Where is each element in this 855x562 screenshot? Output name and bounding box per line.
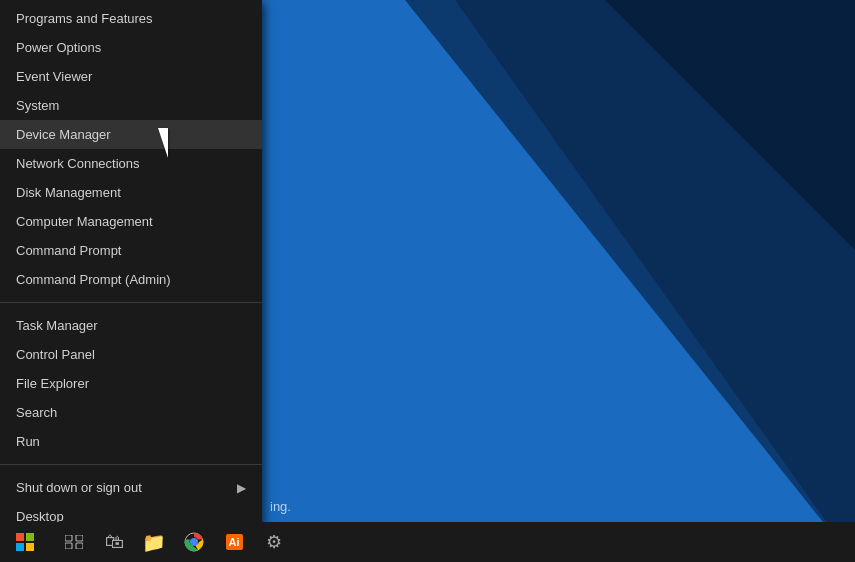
menu-item-network-connections[interactable]: Network Connections xyxy=(0,149,262,178)
menu-item-device-manager[interactable]: Device Manager xyxy=(0,120,262,149)
winx-menu: Programs and Features Power Options Even… xyxy=(0,0,262,535)
desktop-taskbar-text: ing. xyxy=(270,499,291,514)
svg-rect-8 xyxy=(65,543,72,549)
ai-icon-label: Ai xyxy=(226,534,243,550)
menu-item-command-prompt-admin[interactable]: Command Prompt (Admin) xyxy=(0,265,262,294)
menu-section-bottom: Task Manager Control Panel File Explorer… xyxy=(0,307,262,460)
svg-rect-4 xyxy=(26,533,34,541)
svg-rect-9 xyxy=(76,535,83,541)
svg-point-13 xyxy=(191,539,197,545)
svg-rect-3 xyxy=(16,533,24,541)
menu-item-task-manager[interactable]: Task Manager xyxy=(0,311,262,340)
menu-item-computer-management[interactable]: Computer Management xyxy=(0,207,262,236)
menu-item-system[interactable]: System xyxy=(0,91,262,120)
illustrator-button[interactable]: Ai xyxy=(214,522,254,562)
menu-item-shutdown[interactable]: Shut down or sign out ▶ xyxy=(0,473,262,502)
menu-item-run[interactable]: Run xyxy=(0,427,262,456)
menu-item-file-explorer[interactable]: File Explorer xyxy=(0,369,262,398)
windows-logo-icon xyxy=(16,533,34,551)
menu-item-event-viewer[interactable]: Event Viewer xyxy=(0,62,262,91)
svg-rect-6 xyxy=(26,543,34,551)
taskbar: 🛍 📁 Ai ⚙ xyxy=(0,522,855,562)
task-view-button[interactable] xyxy=(54,522,94,562)
svg-rect-7 xyxy=(65,535,72,541)
chrome-button[interactable] xyxy=(174,522,214,562)
start-button[interactable] xyxy=(0,522,50,562)
menu-divider-1 xyxy=(0,302,262,303)
svg-rect-10 xyxy=(76,543,83,549)
folder-button[interactable]: 📁 xyxy=(134,522,174,562)
menu-item-command-prompt[interactable]: Command Prompt xyxy=(0,236,262,265)
menu-section-top: Programs and Features Power Options Even… xyxy=(0,0,262,298)
menu-item-power-options[interactable]: Power Options xyxy=(0,33,262,62)
menu-item-search[interactable]: Search xyxy=(0,398,262,427)
svg-rect-5 xyxy=(16,543,24,551)
menu-divider-2 xyxy=(0,464,262,465)
settings-button[interactable]: ⚙ xyxy=(254,522,294,562)
taskbar-app-icons: 🛍 📁 Ai ⚙ xyxy=(54,522,304,562)
menu-item-control-panel[interactable]: Control Panel xyxy=(0,340,262,369)
shutdown-arrow-icon: ▶ xyxy=(237,481,246,495)
menu-item-programs-features[interactable]: Programs and Features xyxy=(0,4,262,33)
menu-item-disk-management[interactable]: Disk Management xyxy=(0,178,262,207)
store-button[interactable]: 🛍 xyxy=(94,522,134,562)
